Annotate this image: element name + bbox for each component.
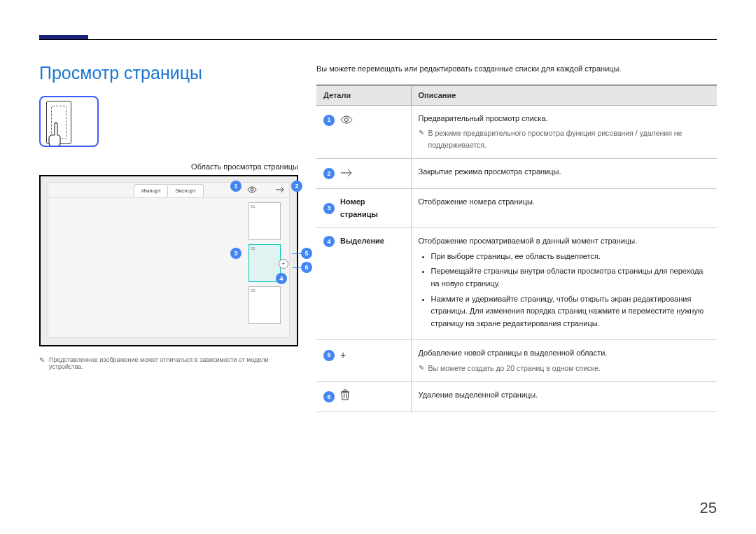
- screenshot-caption: Область просмотра страницы: [39, 162, 298, 171]
- row-label: Номер страницы: [340, 196, 404, 220]
- left-column: Просмотр страницы Область просмотра стра…: [39, 63, 298, 412]
- arrow-right-icon: [275, 186, 285, 195]
- desc-note-text: Вы можете создать до 20 страниц в одном …: [428, 363, 601, 374]
- tab-import: Импорт: [134, 184, 169, 197]
- disclaimer-text: Представленное изображение может отличат…: [49, 356, 298, 370]
- row-label: Выделение: [340, 235, 384, 248]
- tab-export: Экспорт: [167, 184, 204, 197]
- table-row: 3 Номер страницы Отображение номера стра…: [316, 189, 717, 228]
- desc-text: Предварительный просмотр списка.: [419, 113, 710, 125]
- desc-bullet: Нажмите и удерживайте страницу, чтобы от…: [431, 293, 710, 330]
- plus-icon: +: [340, 347, 346, 363]
- app-screenshot: Импорт Экспорт 01: [39, 175, 298, 346]
- content-columns: Просмотр страницы Область просмотра стра…: [39, 63, 717, 412]
- row-bubble-3: 3: [323, 203, 335, 214]
- pen-icon: ✎: [419, 363, 424, 374]
- callout-3: 3: [230, 248, 241, 259]
- callout-2: 2: [291, 181, 302, 192]
- header-rule: [39, 39, 717, 40]
- desc-text: Отображение номера страницы.: [411, 189, 717, 228]
- details-table: Детали Описание 1: [316, 85, 717, 413]
- desc-note-text: В режиме предварительного просмотра функ…: [428, 127, 710, 151]
- thumb-3: 03: [248, 286, 281, 324]
- desc-bullet: Перемещайте страницы внутри области прос…: [431, 265, 710, 290]
- callout-5: 5: [293, 248, 312, 259]
- document-page: Просмотр страницы Область просмотра стра…: [0, 0, 756, 534]
- arrow-right-icon: [340, 166, 353, 181]
- pen-icon: ✎: [39, 356, 45, 364]
- callout-6: 6: [293, 262, 312, 273]
- callout-1: 1: [230, 181, 241, 192]
- intro-text: Вы можете перемещать или редактировать с…: [316, 63, 717, 75]
- table-row: 1 Предварительный просмотр списка. ✎ В р…: [316, 105, 717, 158]
- desc-text: Добавление новой страницы в выделенной о…: [419, 347, 710, 360]
- right-column: Вы можете перемещать или редактировать с…: [316, 63, 717, 412]
- eye-icon: [340, 113, 353, 128]
- desc-bullet: При выборе страницы, ее область выделяет…: [431, 251, 710, 263]
- row-bubble-4: 4: [323, 236, 335, 247]
- desc-text: Закрытие режима просмотра страницы.: [411, 158, 717, 188]
- row-bubble-1: 1: [323, 115, 335, 126]
- gesture-illustration: [39, 96, 99, 147]
- desc-text: Удаление выделенной страницы.: [411, 381, 717, 412]
- row-bubble-2: 2: [323, 168, 335, 179]
- desc-text: Отображение просматриваемой в данный мом…: [419, 235, 710, 248]
- thumb-1: 01: [248, 202, 281, 240]
- callout-4: 4: [276, 273, 287, 284]
- th-details: Детали: [316, 85, 411, 105]
- disclaimer-note: ✎ Представленное изображение может отлич…: [39, 356, 298, 370]
- eye-icon: [247, 186, 257, 195]
- thumbnail-strip: 01 02 + 03: [248, 202, 285, 332]
- table-row: 2 Закрытие режима просмотра страницы.: [316, 158, 717, 188]
- trash-icon: [340, 389, 350, 405]
- th-description: Описание: [411, 85, 717, 105]
- hand-icon: [42, 120, 70, 147]
- page-number: 25: [700, 499, 717, 517]
- row-bubble-6: 6: [323, 391, 335, 402]
- table-row: 5 + Добавление новой страницы в выделенн…: [316, 340, 717, 381]
- plus-icon: +: [279, 259, 288, 269]
- table-row: 4 Выделение Отображение просматриваемой …: [316, 228, 717, 340]
- table-row: 6 Удаление выделенной страницы.: [316, 381, 717, 412]
- page-title: Просмотр страницы: [39, 63, 298, 83]
- row-bubble-5: 5: [323, 350, 335, 361]
- pen-icon: ✎: [419, 127, 424, 139]
